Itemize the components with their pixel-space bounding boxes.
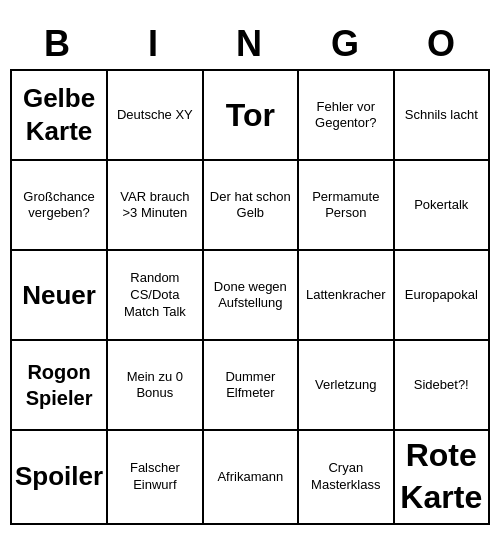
bingo-cell[interactable]: Gelbe Karte bbox=[12, 71, 108, 161]
cell-label: Tor bbox=[226, 95, 275, 137]
bingo-cell[interactable]: VAR brauch >3 Minuten bbox=[108, 161, 203, 251]
cell-label: Permamute Person bbox=[302, 189, 389, 223]
cell-label: Sidebet?! bbox=[414, 377, 469, 394]
bingo-cell[interactable]: Cryan Masterklass bbox=[299, 431, 394, 524]
bingo-cell[interactable]: Done wegen Aufstellung bbox=[204, 251, 299, 341]
bingo-cell[interactable]: Neuer bbox=[12, 251, 108, 341]
header-letter: G bbox=[298, 19, 394, 69]
cell-label: Der hat schon Gelb bbox=[207, 189, 294, 223]
bingo-cell[interactable]: Permamute Person bbox=[299, 161, 394, 251]
cell-label: Deutsche XY bbox=[117, 107, 193, 124]
cell-label: Cryan Masterklass bbox=[302, 460, 389, 494]
bingo-cell[interactable]: Rogon Spieler bbox=[12, 341, 108, 431]
cell-label: VAR brauch >3 Minuten bbox=[111, 189, 198, 223]
cell-label: Mein zu 0 Bonus bbox=[111, 369, 198, 403]
cell-label: Europapokal bbox=[405, 287, 478, 304]
header-letter: O bbox=[394, 19, 490, 69]
bingo-cell[interactable]: Random CS/Dota Match Talk bbox=[108, 251, 203, 341]
bingo-cell[interactable]: Falscher Einwurf bbox=[108, 431, 203, 524]
cell-label: Dummer Elfmeter bbox=[207, 369, 294, 403]
bingo-card: BINGO Gelbe KarteDeutsche XYTorFehler vo… bbox=[10, 19, 490, 524]
header-letter: N bbox=[202, 19, 298, 69]
bingo-cell[interactable]: Verletzung bbox=[299, 341, 394, 431]
cell-label: Done wegen Aufstellung bbox=[207, 279, 294, 313]
bingo-cell[interactable]: Schnils lacht bbox=[395, 71, 490, 161]
bingo-header: BINGO bbox=[10, 19, 490, 69]
header-letter: I bbox=[106, 19, 202, 69]
cell-label: Gelbe Karte bbox=[15, 82, 103, 150]
bingo-cell[interactable]: Europapokal bbox=[395, 251, 490, 341]
bingo-cell[interactable]: Fehler vor Gegentor? bbox=[299, 71, 394, 161]
bingo-cell[interactable]: Dummer Elfmeter bbox=[204, 341, 299, 431]
bingo-cell[interactable]: Sidebet?! bbox=[395, 341, 490, 431]
cell-label: Verletzung bbox=[315, 377, 376, 394]
cell-label: Neuer bbox=[22, 279, 96, 313]
bingo-cell[interactable]: Spoiler bbox=[12, 431, 108, 524]
bingo-cell[interactable]: Afrikamann bbox=[204, 431, 299, 524]
bingo-cell[interactable]: Tor bbox=[204, 71, 299, 161]
bingo-cell[interactable]: Pokertalk bbox=[395, 161, 490, 251]
cell-label: Rogon Spieler bbox=[15, 359, 103, 411]
cell-label: Random CS/Dota Match Talk bbox=[111, 270, 198, 321]
cell-label: Pokertalk bbox=[414, 197, 468, 214]
bingo-cell[interactable]: Lattenkracher bbox=[299, 251, 394, 341]
cell-label: Rote Karte bbox=[398, 435, 485, 518]
bingo-grid: Gelbe KarteDeutsche XYTorFehler vor Gege… bbox=[10, 69, 490, 524]
cell-label: Spoiler bbox=[15, 460, 103, 494]
cell-label: Fehler vor Gegentor? bbox=[302, 99, 389, 133]
header-letter: B bbox=[10, 19, 106, 69]
bingo-cell[interactable]: Rote Karte bbox=[395, 431, 490, 524]
bingo-cell[interactable]: Großchance vergeben? bbox=[12, 161, 108, 251]
cell-label: Schnils lacht bbox=[405, 107, 478, 124]
bingo-cell[interactable]: Mein zu 0 Bonus bbox=[108, 341, 203, 431]
cell-label: Lattenkracher bbox=[306, 287, 386, 304]
bingo-cell[interactable]: Der hat schon Gelb bbox=[204, 161, 299, 251]
cell-label: Afrikamann bbox=[217, 469, 283, 486]
bingo-cell[interactable]: Deutsche XY bbox=[108, 71, 203, 161]
cell-label: Großchance vergeben? bbox=[15, 189, 103, 223]
cell-label: Falscher Einwurf bbox=[111, 460, 198, 494]
